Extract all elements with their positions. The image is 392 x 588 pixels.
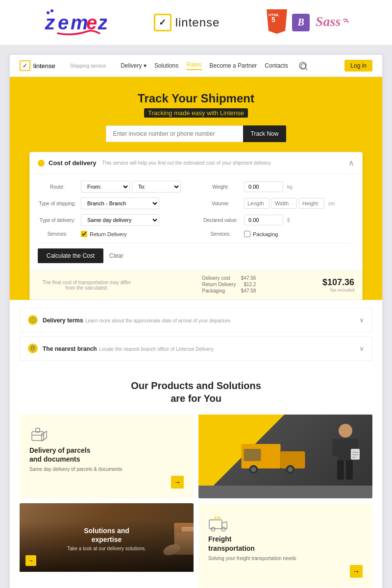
nearest-branch-item[interactable]: The nearest branch Locate the nearest br…	[20, 336, 372, 361]
length-input[interactable]	[244, 198, 270, 209]
result-note: The final cost of transportation may dif…	[38, 280, 136, 291]
packaging-checkbox[interactable]: Packaging	[244, 231, 278, 237]
declared-label: Declared value:	[201, 218, 240, 223]
shipping-type-select[interactable]: Branch - Branch	[81, 197, 159, 209]
weight-input[interactable]	[244, 181, 283, 192]
svg-point-24	[251, 467, 256, 472]
svg-text:z: z	[98, 12, 107, 33]
solutions-overlay: Solutions andexpertise Take a look at ou…	[20, 520, 194, 572]
cost-card-body: Route: From: To: Weight: kg	[30, 174, 362, 270]
driver-photo-bg	[198, 415, 372, 486]
height-input[interactable]	[299, 198, 324, 209]
to-select[interactable]: To:	[132, 181, 181, 193]
freight-arrow[interactable]: →	[350, 565, 363, 578]
parcels-arrow[interactable]: →	[171, 476, 184, 489]
route-field: Route: From: To:	[38, 181, 191, 193]
parcels-icon	[29, 424, 184, 446]
solutions-arrow[interactable]: →	[25, 555, 36, 566]
nav-logo-text: lintense	[33, 62, 55, 70]
delivery-terms-title: Delivery terms	[43, 317, 83, 324]
cost-title: Cost of delivery	[49, 159, 97, 167]
main-wrapper: ✓ lintense Shipping service Delivery ▾ S…	[0, 45, 392, 588]
from-select[interactable]: From:	[81, 181, 130, 193]
track-button[interactable]: Track Now	[243, 125, 287, 142]
delivery-terms-icon	[28, 315, 38, 325]
shipping-type-field: Type of shipping: Branch - Branch	[38, 197, 191, 209]
product-solutions-card: Solutions andexpertise Take a look at ou…	[20, 503, 194, 587]
hero-section: Track Your Shipment Tracking made easy w…	[10, 77, 382, 300]
cost-collapse-icon[interactable]: ∧	[348, 158, 354, 168]
hero-search-bar: Track Now	[20, 125, 372, 142]
weight-unit: kg	[287, 184, 293, 190]
route-inputs: From: To:	[81, 181, 181, 193]
packaging-value: $47.58	[241, 288, 256, 294]
weight-label: Weight:	[201, 184, 240, 190]
svg-point-11	[301, 64, 306, 69]
svg-rect-32	[346, 460, 353, 480]
nav-delivery[interactable]: Delivery ▾	[121, 62, 147, 69]
freight-name: Freighttransportation	[208, 535, 363, 552]
delivery-cost-value: $47.56	[241, 275, 256, 281]
calculate-button[interactable]: Calculate the Cost	[38, 248, 103, 263]
sass-badge: Sass	[315, 11, 349, 34]
login-button[interactable]: Log in	[344, 60, 372, 72]
nav-logo-check-icon: ✓	[20, 60, 30, 71]
tracking-input[interactable]	[106, 125, 243, 142]
svg-rect-33	[351, 449, 360, 460]
search-icon[interactable]	[299, 62, 307, 70]
delivery-terms-item[interactable]: Delivery terms Learn more about the appr…	[20, 308, 372, 332]
result-breakdown: Delivery cost $47.56 Return Delivery $12…	[202, 275, 256, 294]
svg-point-15	[32, 321, 33, 322]
delivery-cost-label: Delivery cost	[202, 275, 230, 281]
total-amount: $107.36	[322, 277, 354, 288]
return-delivery-checkbox[interactable]: Return Delivery	[81, 231, 127, 237]
svg-rect-31	[337, 460, 344, 480]
info-section: Delivery terms Learn more about the appr…	[10, 300, 382, 361]
declared-unit: $	[287, 218, 290, 223]
packaging-check[interactable]	[244, 231, 250, 237]
nav-partner[interactable]: Become a Partner	[210, 62, 257, 69]
services-label: Services:	[38, 231, 77, 237]
clear-button[interactable]: Clear	[109, 252, 123, 259]
solutions-name: Solutions andexpertise	[25, 526, 188, 544]
svg-point-6	[50, 9, 53, 12]
delivery-type-label: Type of delivery:	[38, 218, 77, 223]
volume-label: Volume:	[201, 201, 240, 206]
cost-row-3: Type of delivery: Same day delivery Decl…	[38, 214, 354, 226]
svg-text:24h: 24h	[214, 515, 221, 520]
nav-rates[interactable]: Rates	[186, 61, 201, 70]
zemes-logo-svg: z e m e z	[43, 9, 107, 36]
volume-unit: cm	[328, 201, 335, 206]
width-input[interactable]	[271, 198, 297, 209]
nearest-branch-title: The nearest branch	[43, 345, 97, 352]
delivery-terms-left: Delivery terms Learn more about the appr…	[28, 315, 232, 325]
declared-input[interactable]	[244, 215, 283, 225]
svg-point-27	[339, 424, 352, 438]
svg-text:z: z	[45, 12, 55, 33]
delivery-terms-text: Delivery terms Learn more about the appr…	[43, 316, 232, 324]
nav-contacts[interactable]: Contacts	[265, 62, 288, 69]
delivery-type-field: Type of delivery: Same day delivery	[38, 214, 191, 226]
delivery-terms-chevron-icon: ∨	[359, 316, 364, 324]
nearest-branch-text: The nearest branch Locate the nearest br…	[43, 344, 214, 353]
nearest-branch-left: The nearest branch Locate the nearest br…	[28, 343, 214, 353]
zemes-logo: z e m e z	[43, 9, 107, 36]
brand-bar: z e m e z ✓ lintense 5 HTML	[0, 0, 392, 45]
route-label: Route:	[38, 184, 77, 190]
svg-text:Sass: Sass	[316, 14, 341, 29]
tax-label: Tax included	[322, 288, 354, 293]
return-delivery-check[interactable]	[81, 231, 87, 237]
parcels-desc: Same day delivery of parcels & documents	[29, 466, 184, 472]
svg-point-16	[32, 347, 34, 349]
delivery-type-select[interactable]: Same day delivery	[81, 214, 159, 226]
nearest-branch-chevron-icon: ∨	[359, 344, 364, 352]
cost-row-1: Route: From: To: Weight: kg	[38, 181, 354, 193]
declared-value-field: Declared value: $	[201, 215, 354, 225]
nav-solutions[interactable]: Solutions	[154, 62, 178, 69]
return-value: $12.2	[244, 282, 256, 287]
svg-point-44	[211, 527, 215, 531]
svg-point-45	[221, 527, 225, 531]
lintense-check-icon: ✓	[154, 14, 172, 31]
svg-rect-43	[209, 520, 222, 529]
cost-card-header: Cost of delivery This service will help …	[30, 152, 362, 174]
